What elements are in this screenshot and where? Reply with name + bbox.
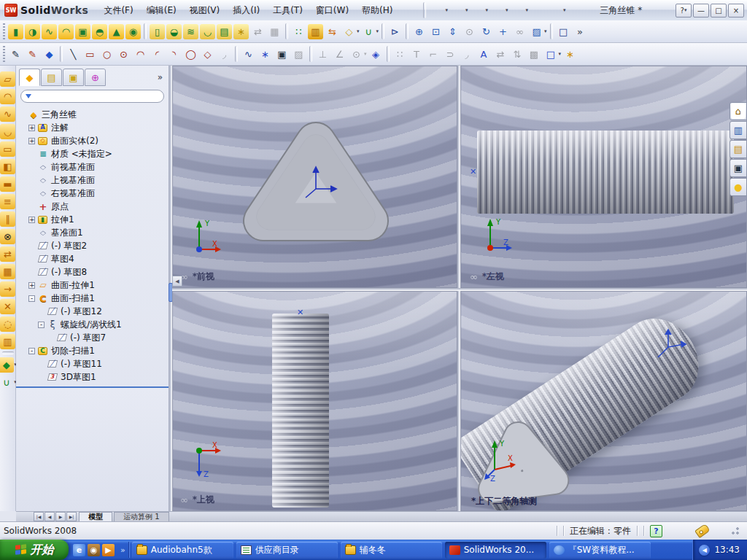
extend-entities-button[interactable]: ⌐ [425,44,442,63]
quick-tips-help-icon[interactable]: ? [650,525,662,537]
face-fillet-button[interactable]: ◆▾ [0,356,18,373]
toolbar-button[interactable] [2,351,14,354]
print-button[interactable]: ▾ [489,1,509,20]
viewport-dimetric[interactable]: Y X Z *上下二等角轴测 [460,291,747,511]
solidworks-resources-tab[interactable]: ⌂ [729,102,747,120]
menu-item[interactable]: 视图(V) [183,1,227,20]
internet-explorer-icon[interactable]: e [73,544,85,556]
face-curves-button[interactable]: ▨ [290,44,307,63]
tab-nav-button[interactable]: ▶ [55,512,66,521]
menu-item[interactable]: 工具(T) [266,1,309,20]
expand-toggle-icon[interactable]: + [28,138,35,144]
construction-geometry-button[interactable]: ∗ [562,44,578,63]
planar-surface-button[interactable]: ▬ [0,175,16,192]
feature-tree-item[interactable]: 右视基准面 [18,187,169,200]
feature-tree-item[interactable]: (-) 草图7 [18,331,169,344]
knit-surface-button[interactable]: ▦ [0,262,16,280]
sketch-button[interactable]: ✎ [7,44,24,63]
perimeter-circle-button[interactable]: ⊙ [115,44,132,63]
tangent-arc-button[interactable]: ◜ [149,44,166,63]
smart-dimension-button[interactable]: ◆ [41,44,58,63]
feature-tree-item[interactable]: + 注解 [18,121,169,134]
insert-part-button[interactable]: ▦ [266,22,283,41]
filled-surface-button[interactable]: ◧ [0,158,16,175]
mini-scrollbar[interactable]: ◀ [172,276,182,287]
propertymanager-tab[interactable]: ▤ [41,69,62,86]
modify-sketch-button[interactable]: ⇄ [492,44,509,63]
toolbar-button[interactable] [387,46,390,62]
linear-sketch-pattern-button[interactable]: ∷ [392,44,409,63]
minimize-button[interactable]: — [693,4,709,18]
expand-toggle-icon[interactable]: - [38,322,44,328]
move-copy-body-button[interactable]: ⇆ [324,22,341,41]
new-document-button[interactable]: ▾ [429,1,449,20]
menu-item[interactable]: 帮助(H) [355,1,399,20]
feature-tree-item[interactable]: + 曲面-拉伸1 [18,279,169,292]
toolbar-button[interactable] [406,23,409,39]
feature-tree-item[interactable]: - 切除-扫描1 [18,344,169,357]
ellipse-button[interactable]: ◯ [182,44,199,63]
expand-toggle-icon[interactable]: - [28,295,35,302]
offset-surface-button[interactable]: ≡ [0,192,16,210]
toolbar-grip[interactable] [3,23,5,39]
model-tab[interactable]: 运动算例 1 [114,512,169,521]
sketch-3d-button[interactable]: ✎ [24,44,41,63]
toolbar-button[interactable] [235,46,238,62]
design-library-tab[interactable]: ▥ [729,121,747,139]
revolved-cut-button[interactable]: ◒ [166,22,182,41]
view-palette-tab[interactable]: ▣ [729,159,747,177]
curves-button[interactable]: ∪▾ [360,22,380,41]
toolbar-button[interactable] [60,46,63,62]
taskbar-audiobahn-button[interactable]: Audiobahn5款 [132,542,233,559]
options-button[interactable]: ▾ [547,1,567,20]
toolbar-button[interactable] [382,23,384,39]
menu-item[interactable]: 文件(F) [97,1,139,20]
three-point-arc-button[interactable]: ◝ [166,44,182,63]
dome-button[interactable]: ◓ [91,22,108,41]
point-button[interactable]: ∗ [257,44,274,63]
lofted-cut-button[interactable]: ◡ [199,22,216,41]
featuremanager-design-tree-tab[interactable]: ◆ [19,69,40,86]
open-document-button[interactable]: ▾ [449,1,469,20]
tag-icon[interactable] [694,524,711,538]
sketch-fillet-button[interactable]: ◞ [216,44,233,63]
viewport-left[interactable]: ✕ Y Z ∞ *左视 [460,66,747,288]
view-settings-button[interactable]: □ [555,22,572,41]
mirror-button[interactable]: ⇄ [249,22,266,41]
help-button[interactable]: ?▾ [676,4,692,18]
wrap-button[interactable]: ◉ [125,22,142,41]
boundary-boss-button[interactable]: ▣ [74,22,91,41]
convert-entities-button[interactable]: ▣ [274,44,290,63]
hole-wizard-button[interactable]: ∗ [233,22,249,41]
feature-tree-item[interactable]: (-) 草图12 [18,305,169,318]
move-entities-button[interactable]: ⇅ [509,44,526,63]
zoom-to-area-button[interactable]: ⊡ [427,22,444,41]
thickened-cut-button[interactable]: ▤ [216,22,233,41]
revolved-boss-button[interactable]: ◑ [24,22,41,41]
pan-button[interactable]: + [495,22,511,41]
feature-tree-item[interactable]: 三角丝锥 [18,108,169,121]
feature-tree-item[interactable]: - 曲面-扫描1 [18,292,169,305]
select-button[interactable]: ⊳ [387,22,403,41]
tab-nav-button[interactable]: |◀ [34,512,44,521]
sketch-picture-button[interactable]: ▩ [526,44,543,63]
search-button[interactable] [403,1,420,20]
replace-face-button[interactable]: ⇄ [0,245,16,262]
expand-toggle-icon[interactable]: - [28,348,35,354]
rib-button[interactable]: ▲ [108,22,125,41]
link-views-button[interactable]: ∞ [511,22,528,41]
tray-collapse-chevron[interactable]: ◀ [699,545,710,556]
configurationmanager-tab[interactable]: ▣ [63,69,84,86]
swept-surface-button[interactable]: ∿ [0,105,16,122]
feature-tree-item[interactable]: 上视基准面 [18,174,169,187]
feature-tree-item[interactable]: + 曲面实体(2) [18,134,169,147]
feature-tree-item[interactable]: + 拉伸1 [18,213,169,226]
save-button[interactable]: ▾ [470,1,489,20]
maximize-button[interactable]: □ [711,4,727,18]
quick-snaps-button[interactable]: ⊙▾ [348,44,368,63]
extend-surface-button[interactable]: → [0,280,16,298]
viewport-top[interactable]: ✕ X Z ∞ *上视 [172,291,457,511]
undo-button[interactable]: ▾ [510,1,530,20]
viewport-front[interactable]: Y X ∞ *前视 [172,66,457,288]
appearances-tab[interactable]: ● [729,178,747,196]
